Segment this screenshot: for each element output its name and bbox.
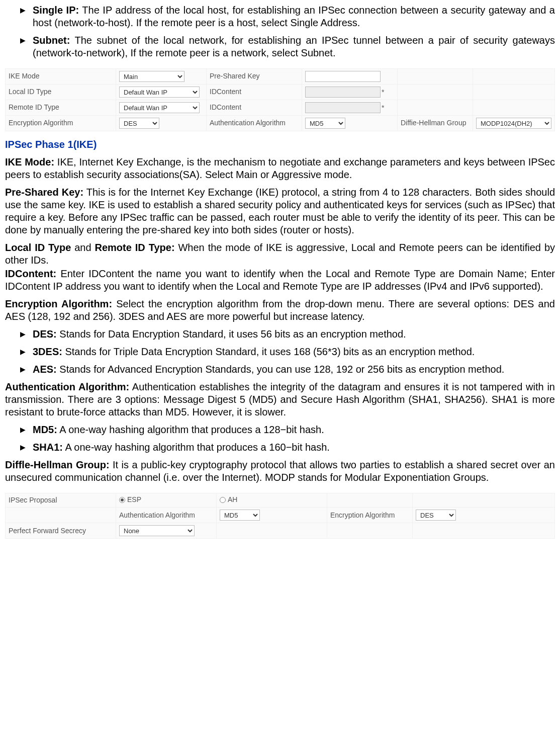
paragraph: Encryption Algorithm: Select the encrypt…	[5, 298, 555, 323]
list-item: ▶ Single IP: The IP address of the local…	[5, 4, 555, 29]
list-item: ▶ AES: Stands for Advanced Encryption St…	[5, 363, 555, 376]
bullet-icon: ▶	[20, 34, 33, 59]
section-heading: IPSec Phase 1(IKE)	[5, 138, 555, 151]
bullet-icon: ▶	[20, 328, 33, 341]
enc-algo2-select[interactable]: DES	[416, 510, 456, 521]
local-id-type-select[interactable]: Default Wan IP	[119, 87, 200, 98]
label: Perfect Forward Secrecy	[6, 523, 116, 539]
label: Authentication Algorithm	[116, 508, 217, 523]
table-row: Remote ID Type Default Wan IP IDContent …	[6, 100, 555, 116]
local-idcontent-input[interactable]	[305, 87, 381, 98]
label: Remote ID Type	[6, 100, 116, 116]
pre-shared-key-input[interactable]	[305, 71, 381, 82]
radio-label: AH	[228, 495, 237, 505]
paragraph: IDContent: Enter IDContent the name you …	[5, 268, 555, 293]
description: A one-way hashing algorithm that produce…	[57, 424, 324, 435]
label: Authentication Algorithm	[207, 116, 302, 131]
description: A one-way hashing algorithm that produce…	[63, 442, 330, 453]
label	[398, 100, 473, 116]
text: IKE, Internet Key Exchange, is the mecha…	[5, 156, 555, 180]
term: Remote ID Type:	[95, 242, 175, 253]
list-item: ▶ MD5: A one-way hashing algorithm that …	[5, 424, 555, 436]
pfs-select[interactable]: None	[119, 525, 195, 536]
ipsec-proposal-table: IPSec Proposal ESP AH Authentication Alg…	[5, 493, 555, 539]
encryption-algo-select[interactable]: DES	[119, 118, 159, 129]
bullet-icon: ▶	[20, 4, 33, 29]
cell	[473, 100, 555, 116]
remote-id-type-select[interactable]: Default Wan IP	[119, 102, 200, 113]
bullet-icon: ▶	[20, 363, 33, 376]
dh-group-select[interactable]: MODP1024(DH2)	[476, 118, 551, 129]
label: Local ID Type	[6, 85, 116, 100]
cell	[473, 69, 555, 85]
table-row: Encryption Algorithm DES Authentication …	[6, 116, 555, 131]
term: IDContent:	[5, 268, 56, 279]
bullet-icon: ▶	[20, 441, 33, 454]
radio-icon	[119, 497, 125, 503]
bullet-icon: ▶	[20, 424, 33, 436]
label: IPSec Proposal	[6, 493, 116, 508]
description: Stands for Advanced Encryption Standards…	[57, 364, 505, 375]
text: Enter IDContent the name you want to ide…	[5, 268, 555, 292]
text: and	[71, 242, 95, 253]
paragraph: IKE Mode: IKE, Internet Key Exchange, is…	[5, 156, 555, 181]
radio-icon	[220, 497, 226, 503]
paragraph: Diffle-Hellman Group: It is a public-key…	[5, 459, 555, 484]
remote-idcontent-input[interactable]	[305, 102, 381, 113]
cell	[327, 493, 413, 508]
label	[398, 69, 473, 85]
cell	[413, 493, 555, 508]
paragraph: Pre-Shared Key: This is for the Internet…	[5, 186, 555, 236]
description: The subnet of the local network, for est…	[33, 35, 555, 58]
term: 3DES:	[33, 346, 62, 357]
cell	[413, 523, 555, 539]
term: IKE Mode:	[5, 156, 54, 167]
auth-algo-select[interactable]: MD5	[305, 118, 345, 129]
term: Subnet:	[33, 35, 70, 46]
label: Encryption Algorithm	[6, 116, 116, 131]
term: Local ID Type	[5, 242, 71, 253]
radio-label: ESP	[127, 495, 141, 505]
term: Single IP:	[33, 5, 79, 16]
bullet-icon: ▶	[20, 346, 33, 358]
table-row: Perfect Forward Secrecy None	[6, 523, 555, 539]
table-row: IPSec Proposal ESP AH	[6, 493, 555, 508]
paragraph: Local ID Type and Remote ID Type: When t…	[5, 241, 555, 267]
list-item: ▶ DES: Stands for Data Encryption Standa…	[5, 328, 555, 341]
label: IKE Mode	[6, 69, 116, 85]
description: The IP address of the local host, for es…	[33, 5, 555, 28]
label: Pre-Shared Key	[207, 69, 302, 85]
cell	[473, 85, 555, 100]
required-mark: *	[381, 88, 384, 96]
term: AES:	[33, 364, 57, 375]
term: Encryption Algorithm:	[5, 298, 112, 309]
term: MD5:	[33, 424, 57, 435]
term: SHA1:	[33, 442, 63, 453]
term: DES:	[33, 328, 57, 340]
list-item: ▶ Subnet: The subnet of the local networ…	[5, 34, 555, 59]
label: IDContent	[207, 85, 302, 100]
description: Stands for Data Encryption Standard, it …	[57, 328, 406, 340]
paragraph: Authentication Algorithm: Authentication…	[5, 381, 555, 418]
cell	[217, 523, 327, 539]
list-item: ▶ 3DES: Stands for Triple Data Encryptio…	[5, 346, 555, 358]
cell	[327, 523, 413, 539]
ike-mode-select[interactable]: Main	[119, 71, 184, 82]
ike-settings-table: IKE Mode Main Pre-Shared Key Local ID Ty…	[5, 68, 555, 131]
esp-radio[interactable]: ESP	[119, 495, 141, 505]
label	[6, 508, 116, 523]
auth-algo2-select[interactable]: MD5	[220, 510, 260, 521]
ah-radio[interactable]: AH	[220, 495, 237, 505]
label: Diffie-Hellman Group	[398, 116, 473, 131]
required-mark: *	[381, 104, 384, 112]
table-row: IKE Mode Main Pre-Shared Key	[6, 69, 555, 85]
label: Encryption Algorithm	[327, 508, 413, 523]
label	[398, 85, 473, 100]
term: Diffle-Hellman Group:	[5, 459, 110, 470]
term: Pre-Shared Key:	[5, 187, 83, 198]
table-row: Authentication Algorithm MD5 Encryption …	[6, 508, 555, 523]
term: Authentication Algorithm:	[5, 381, 129, 392]
table-row: Local ID Type Default Wan IP IDContent *	[6, 85, 555, 100]
list-item: ▶ SHA1: A one-way hashing algorithm that…	[5, 441, 555, 454]
text: This is for the Internet Key Exchange (I…	[5, 187, 555, 235]
